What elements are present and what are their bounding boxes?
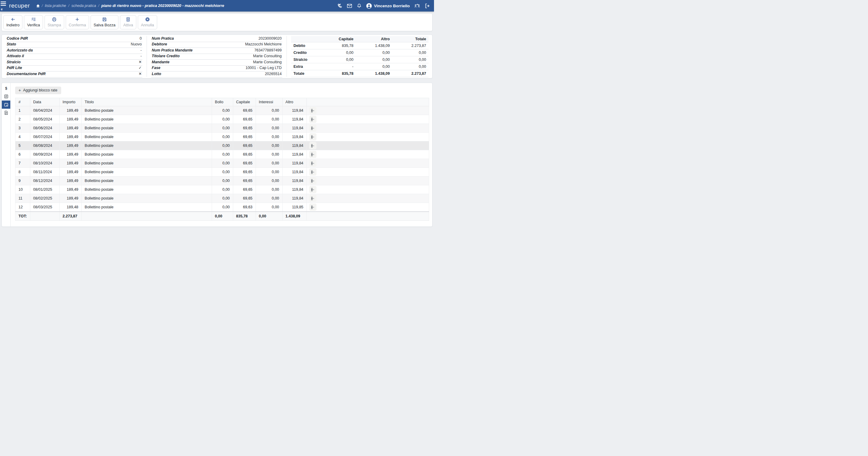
cell-data: 08/10/2024 — [30, 159, 59, 168]
verifica-button[interactable]: Verifica — [24, 15, 43, 29]
col-header-bollo: Bollo — [212, 98, 233, 106]
tab-documents[interactable] — [2, 109, 10, 117]
summary-altro-value: 1.438,09 — [356, 42, 392, 50]
remove-installment-button[interactable] — [309, 151, 316, 158]
cell-actions — [307, 106, 429, 115]
people-transfer-icon[interactable] — [414, 3, 420, 8]
total-titolo-empty — [82, 211, 212, 221]
phone-incoming-icon[interactable] — [337, 3, 342, 8]
field-value: 0 — [140, 36, 142, 40]
cell-altro: 119,84 — [282, 124, 307, 133]
mail-icon[interactable] — [347, 4, 352, 8]
field-row: Attivato il - — [6, 54, 142, 60]
user-menu[interactable]: Vincenzo Borriello — [366, 3, 410, 9]
cell-actions — [307, 159, 429, 168]
conferma-button: Conferma — [66, 15, 89, 29]
cell-interessi: 0,00 — [256, 115, 282, 124]
list-remove-icon — [311, 161, 315, 165]
field-label: Num Pratica Mandante — [152, 48, 193, 53]
cell-interessi: 0,00 — [256, 141, 282, 150]
remove-installment-button[interactable] — [309, 160, 316, 167]
field-value: ✕ — [139, 71, 142, 76]
field-value: Marte Consulting — [253, 54, 282, 58]
aggiungi-blocco-rate-button[interactable]: + Aggiungi blocco rate — [15, 87, 61, 94]
cell-num: 5 — [16, 141, 30, 150]
breadcrumb-scheda-pratica[interactable]: scheda pratica — [71, 4, 96, 8]
col-header-importo: Importo — [59, 98, 82, 106]
logout-icon[interactable] — [425, 3, 430, 8]
cell-importo: 189,49 — [59, 185, 82, 194]
remove-installment-button[interactable] — [309, 125, 316, 132]
summary-header-empty — [291, 36, 319, 42]
summary-totale-value: 2.273,87 — [392, 70, 429, 77]
remove-installment-button[interactable] — [309, 186, 316, 193]
tab-amounts[interactable]: $ — [2, 84, 10, 92]
summary-row-label: Extra — [291, 63, 319, 70]
button-label: Conferma — [69, 23, 86, 27]
remove-installment-button[interactable] — [309, 142, 316, 149]
field-row: Titolare Credito Marte Consulting — [151, 54, 282, 60]
list-remove-icon — [311, 170, 315, 174]
cell-data: 08/03/2025 — [30, 203, 59, 212]
summary-capitale-value: 835,78 — [319, 70, 356, 77]
summary-header-row: Capitale Altro Totale — [291, 36, 429, 42]
button-label: Salva Bozza — [94, 23, 115, 27]
cell-titolo: Bollettino postale — [82, 106, 212, 115]
summary-row-label: Debito — [291, 42, 319, 50]
remove-installment-button[interactable] — [309, 133, 316, 140]
remove-installment-button[interactable] — [309, 168, 316, 175]
stampa-button: Stampa — [44, 15, 64, 29]
summary-capitale-value: 835,78 — [319, 42, 356, 50]
remove-installment-button[interactable] — [309, 116, 316, 123]
installment-row: 5 08/08/2024 189,49 Bollettino postale 0… — [16, 141, 429, 150]
cell-altro: 119,84 — [282, 176, 307, 185]
cell-interessi: 0,00 — [256, 124, 282, 133]
tab-settings[interactable] — [2, 92, 10, 100]
breadcrumb-lista-pratiche[interactable]: lista pratiche — [45, 4, 66, 8]
annulla-button: Annulla — [138, 15, 157, 29]
cell-num: 8 — [16, 168, 30, 176]
hamburger-menu-icon[interactable] — [1, 1, 7, 6]
field-label: Documentazione PdR — [7, 72, 46, 76]
cell-bollo: 0,00 — [212, 185, 233, 194]
cell-interessi: 0,00 — [256, 194, 282, 203]
cell-data: 08/12/2024 — [30, 176, 59, 185]
field-row: Num Pratica 20230009020 — [151, 36, 282, 42]
installment-row: 12 08/03/2025 189,48 Bollettino postale … — [16, 203, 429, 212]
salva-bozza-button[interactable]: Salva Bozza — [91, 15, 118, 29]
field-row: Autorizzato da - — [6, 48, 142, 54]
home-icon[interactable] — [36, 4, 40, 8]
breadcrumb: / lista pratiche / scheda pratica / pian… — [36, 4, 224, 8]
cell-titolo: Bollettino postale — [82, 115, 212, 124]
tab-rate-plan[interactable] — [2, 100, 10, 109]
col-header-actions — [307, 98, 429, 106]
remove-installment-button[interactable] — [309, 107, 316, 114]
cell-importo: 189,49 — [59, 106, 82, 115]
cell-altro: 119,84 — [282, 141, 307, 150]
total-altro: 1.438,09 — [282, 211, 307, 221]
breadcrumb-separator: / — [42, 4, 43, 8]
summary-totale-value: 2.273,87 — [392, 42, 429, 50]
remove-installment-button[interactable] — [309, 177, 316, 185]
list-remove-icon — [311, 179, 315, 183]
field-row: Num Pratica Mandante 7634778897499 — [151, 48, 282, 54]
remove-installment-button[interactable] — [309, 195, 316, 202]
col-header-titolo: Titolo — [82, 98, 212, 106]
cell-titolo: Bollettino postale — [82, 150, 212, 159]
indietro-button[interactable]: Indietro — [3, 15, 23, 29]
field-row: Mandante Marte Consulting — [151, 60, 282, 66]
bell-icon[interactable] — [357, 3, 362, 8]
field-value: ✓ — [139, 65, 142, 70]
summary-header-capitale: Capitale — [319, 36, 356, 42]
attiva-button: Attiva — [120, 15, 136, 29]
action-toolbar: Indietro Verifica Stampa Conferma Salva … — [1, 13, 433, 31]
cell-actions — [307, 203, 429, 212]
cell-bollo: 0,00 — [212, 168, 233, 176]
cell-capitale: 69,65 — [233, 168, 256, 176]
cell-actions — [307, 141, 429, 150]
cell-num: 6 — [16, 150, 30, 159]
installments-table: # Data Importo Titolo Bollo Capitale Int… — [15, 98, 429, 221]
remove-installment-button[interactable] — [309, 203, 316, 211]
button-label: Stampa — [48, 23, 61, 27]
cell-altro: 119,84 — [282, 159, 307, 168]
